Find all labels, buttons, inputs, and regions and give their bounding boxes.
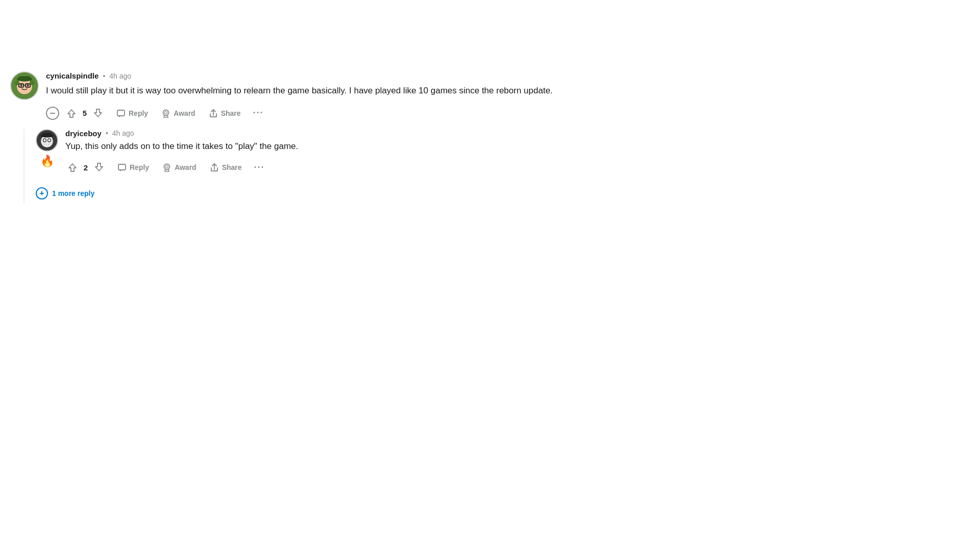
comment-body: cynicalspindle • 4h ago I would still pl… [46, 71, 970, 121]
reply-timestamp: 4h ago [112, 129, 134, 137]
reply-comment: 🔥 dryiceboy • 4h ago Yup, this only adds… [36, 129, 970, 176]
reply-icon [116, 109, 126, 118]
svg-point-14 [165, 111, 167, 114]
thread-container: 🔥 dryiceboy • 4h ago Yup, this only adds… [10, 129, 970, 204]
svg-point-10 [30, 81, 34, 85]
share-button[interactable]: Share [204, 106, 246, 121]
separator: • [106, 129, 108, 137]
svg-rect-11 [50, 113, 55, 114]
vote-group: 5 [64, 106, 105, 120]
thread-line[interactable] [23, 129, 24, 204]
comment-text: I would still play it but it is way too … [46, 84, 970, 97]
reply-icon [117, 163, 127, 172]
svg-point-6 [27, 84, 29, 86]
more-replies-icon: + [36, 187, 48, 199]
collapse-button[interactable] [46, 107, 59, 120]
svg-point-13 [163, 110, 169, 115]
more-options-button[interactable]: ··· [249, 106, 268, 120]
reply-award-button[interactable]: Award [157, 160, 202, 175]
main-comment-area: cynicalspindle • 4h ago I would still pl… [10, 71, 970, 204]
replies-section: 🔥 dryiceboy • 4h ago Yup, this only adds… [36, 129, 970, 204]
reply-username: dryiceboy [65, 129, 102, 138]
svg-rect-8 [19, 76, 30, 80]
vote-count: 5 [82, 109, 88, 117]
svg-rect-26 [48, 144, 50, 145]
downvote-button[interactable] [91, 106, 105, 120]
timestamp: 4h ago [109, 72, 131, 80]
reply-vote-count: 2 [83, 163, 89, 172]
reply-text: Yup, this only adds on to the time it ta… [65, 140, 970, 153]
svg-point-22 [43, 139, 46, 141]
award-icon [162, 163, 172, 172]
downvote-icon [93, 108, 103, 118]
svg-rect-29 [118, 164, 126, 170]
reply-action-bar: 2 [65, 160, 970, 175]
share-icon [209, 109, 218, 118]
svg-point-9 [15, 81, 19, 85]
downvote-icon [94, 162, 104, 172]
page-wrapper: cynicalspindle • 4h ago I would still pl… [0, 0, 980, 224]
share-icon [210, 163, 219, 172]
upvote-button[interactable] [64, 106, 79, 120]
award-badge: 🔥 [40, 155, 54, 168]
svg-rect-12 [117, 110, 125, 116]
reply-header: dryiceboy • 4h ago [65, 129, 970, 138]
reply-share-button[interactable]: Share [205, 160, 247, 175]
svg-point-31 [166, 166, 168, 168]
upvote-icon [67, 162, 78, 172]
award-button[interactable]: Award [156, 106, 201, 121]
username: cynicalspindle [46, 71, 99, 80]
svg-rect-28 [42, 133, 52, 136]
reply-button[interactable]: Reply [111, 106, 153, 121]
svg-point-23 [48, 139, 51, 141]
minus-icon [49, 110, 56, 117]
svg-rect-25 [46, 144, 48, 145]
upvote-icon [66, 108, 77, 118]
reply-upvote-button[interactable] [65, 160, 80, 174]
more-replies-text: 1 more reply [52, 189, 94, 197]
action-bar: 5 Reply [46, 106, 970, 121]
comment-header: cynicalspindle • 4h ago [46, 71, 970, 80]
reply-vote-group: 2 [65, 160, 106, 174]
svg-point-5 [20, 84, 22, 86]
main-comment: cynicalspindle • 4h ago I would still pl… [10, 71, 970, 121]
reply-more-options-button[interactable]: ··· [250, 160, 269, 175]
reply-avatar [36, 129, 58, 152]
svg-rect-24 [44, 144, 46, 145]
svg-point-30 [164, 164, 170, 170]
more-replies[interactable]: + 1 more reply [36, 183, 970, 204]
separator: • [103, 72, 105, 80]
avatar [10, 71, 39, 100]
award-icon [161, 109, 170, 118]
reply-body: dryiceboy • 4h ago Yup, this only adds o… [65, 129, 970, 176]
reply-reply-button[interactable]: Reply [112, 160, 154, 175]
reply-downvote-button[interactable] [92, 160, 106, 174]
